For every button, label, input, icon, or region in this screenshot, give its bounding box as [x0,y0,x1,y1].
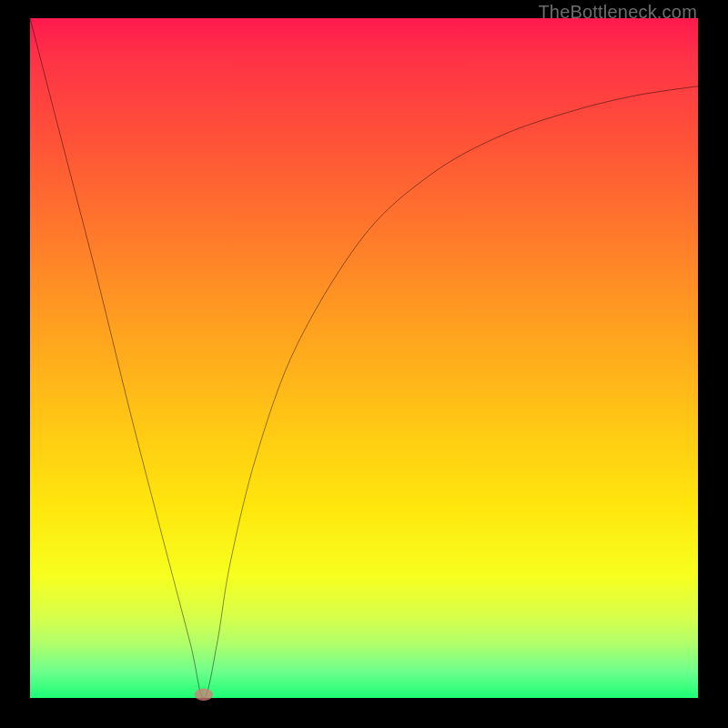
curve-path [30,18,698,698]
bottleneck-curve [30,18,698,698]
chart-frame: TheBottleneck.com [0,0,728,728]
min-marker [195,689,214,701]
plot-area [30,18,698,698]
